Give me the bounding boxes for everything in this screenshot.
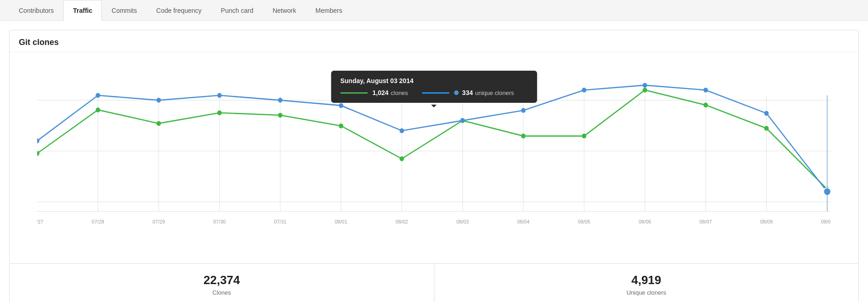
svg-text:08/05: 08/05 bbox=[578, 219, 590, 224]
page-container: Contributors Traffic Commits Code freque… bbox=[0, 0, 868, 302]
svg-text:08/09: 08/09 bbox=[821, 219, 831, 224]
svg-point-48 bbox=[703, 103, 708, 108]
stats-footer: 22,374 Clones 4,919 Unique cloners bbox=[10, 263, 858, 302]
svg-point-46 bbox=[582, 134, 586, 139]
svg-point-41 bbox=[278, 113, 283, 118]
tabs-nav: Contributors Traffic Commits Code freque… bbox=[0, 0, 868, 21]
svg-text:08/04: 08/04 bbox=[517, 219, 529, 224]
svg-point-45 bbox=[521, 134, 526, 139]
svg-text:08/08: 08/08 bbox=[760, 219, 773, 224]
tab-contributors[interactable]: Contributors bbox=[9, 0, 63, 21]
chart-title: Git clones bbox=[19, 38, 849, 47]
svg-point-61 bbox=[643, 83, 647, 88]
svg-point-53 bbox=[156, 98, 161, 103]
stat-clones: 22,374 Clones bbox=[10, 264, 434, 302]
chart-area: Sunday, August 03 2014 1,024 clones 334 … bbox=[10, 52, 858, 263]
svg-point-60 bbox=[582, 88, 586, 93]
tab-traffic[interactable]: Traffic bbox=[63, 0, 102, 21]
tab-commits[interactable]: Commits bbox=[102, 0, 146, 21]
svg-point-58 bbox=[460, 118, 465, 123]
svg-point-52 bbox=[96, 93, 100, 98]
svg-text:07/29: 07/29 bbox=[152, 219, 165, 224]
svg-point-62 bbox=[703, 88, 708, 93]
svg-point-43 bbox=[400, 157, 404, 162]
svg-text:08/03: 08/03 bbox=[456, 219, 469, 224]
svg-point-47 bbox=[643, 88, 647, 93]
stat-clones-number: 22,374 bbox=[19, 273, 425, 287]
tab-code-frequency[interactable]: Code frequency bbox=[147, 0, 211, 21]
chart-header: Git clones bbox=[10, 30, 858, 52]
svg-text:07/27: 07/27 bbox=[37, 219, 44, 224]
stat-unique-label: Unique cloners bbox=[444, 289, 850, 296]
svg-point-38 bbox=[96, 107, 100, 112]
svg-point-56 bbox=[339, 103, 343, 108]
chart-svg: 0 1k 2k 0 500 1k 07/27 07/28 07/29 07/30… bbox=[37, 62, 831, 240]
svg-text:07/31: 07/31 bbox=[274, 219, 286, 224]
tab-members[interactable]: Members bbox=[306, 0, 352, 21]
svg-point-40 bbox=[217, 110, 222, 115]
svg-point-55 bbox=[278, 98, 283, 103]
svg-text:08/06: 08/06 bbox=[639, 219, 651, 224]
svg-point-42 bbox=[339, 123, 343, 129]
svg-text:08/07: 08/07 bbox=[700, 219, 712, 224]
svg-text:07/30: 07/30 bbox=[213, 219, 226, 224]
svg-text:08/02: 08/02 bbox=[395, 219, 408, 224]
svg-text:08/01: 08/01 bbox=[335, 219, 347, 224]
svg-point-54 bbox=[217, 93, 222, 98]
stat-clones-label: Clones bbox=[19, 289, 425, 296]
svg-point-39 bbox=[156, 121, 161, 126]
svg-text:07/28: 07/28 bbox=[92, 219, 104, 224]
chart-section: Git clones Sunday, August 03 2014 1,024 … bbox=[9, 30, 859, 302]
svg-point-63 bbox=[764, 111, 769, 116]
tab-punch-card[interactable]: Punch card bbox=[211, 0, 263, 21]
svg-point-57 bbox=[400, 128, 404, 133]
stat-unique-cloners: 4,919 Unique cloners bbox=[434, 264, 859, 302]
stat-unique-number: 4,919 bbox=[444, 273, 850, 287]
svg-point-59 bbox=[521, 108, 526, 113]
svg-point-49 bbox=[764, 126, 769, 131]
tab-network[interactable]: Network bbox=[263, 0, 306, 21]
